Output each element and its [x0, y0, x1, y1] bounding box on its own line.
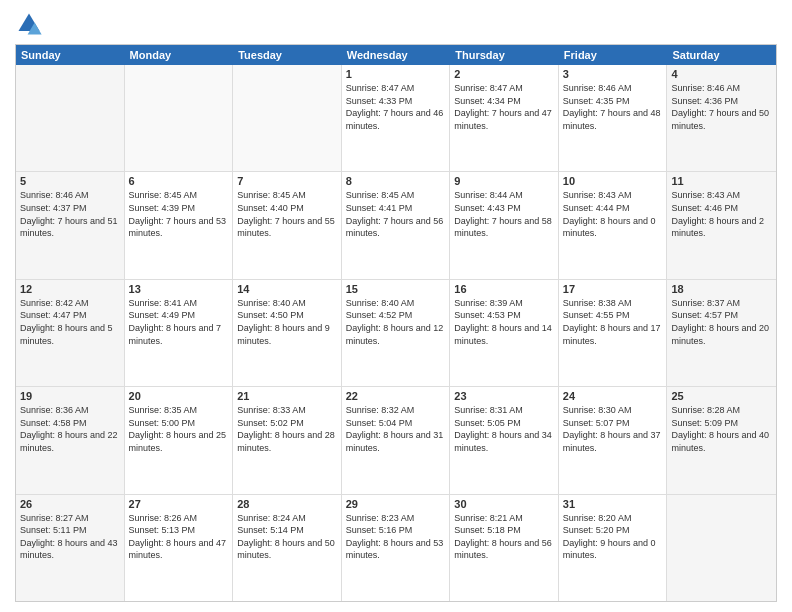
- day-info: Sunrise: 8:43 AM Sunset: 4:46 PM Dayligh…: [671, 189, 772, 239]
- day-info: Sunrise: 8:39 AM Sunset: 4:53 PM Dayligh…: [454, 297, 554, 347]
- calendar-cell: [667, 495, 776, 601]
- calendar-cell: [16, 65, 125, 171]
- day-info: Sunrise: 8:40 AM Sunset: 4:52 PM Dayligh…: [346, 297, 446, 347]
- calendar-cell: 6Sunrise: 8:45 AM Sunset: 4:39 PM Daylig…: [125, 172, 234, 278]
- calendar-cell: 30Sunrise: 8:21 AM Sunset: 5:18 PM Dayli…: [450, 495, 559, 601]
- day-info: Sunrise: 8:31 AM Sunset: 5:05 PM Dayligh…: [454, 404, 554, 454]
- day-info: Sunrise: 8:30 AM Sunset: 5:07 PM Dayligh…: [563, 404, 663, 454]
- day-info: Sunrise: 8:45 AM Sunset: 4:39 PM Dayligh…: [129, 189, 229, 239]
- calendar-cell: 25Sunrise: 8:28 AM Sunset: 5:09 PM Dayli…: [667, 387, 776, 493]
- calendar-week-4: 19Sunrise: 8:36 AM Sunset: 4:58 PM Dayli…: [16, 387, 776, 494]
- day-info: Sunrise: 8:43 AM Sunset: 4:44 PM Dayligh…: [563, 189, 663, 239]
- day-number: 23: [454, 390, 554, 402]
- day-number: 8: [346, 175, 446, 187]
- day-info: Sunrise: 8:26 AM Sunset: 5:13 PM Dayligh…: [129, 512, 229, 562]
- day-number: 3: [563, 68, 663, 80]
- calendar-cell: 2Sunrise: 8:47 AM Sunset: 4:34 PM Daylig…: [450, 65, 559, 171]
- day-number: 21: [237, 390, 337, 402]
- calendar-cell: 10Sunrise: 8:43 AM Sunset: 4:44 PM Dayli…: [559, 172, 668, 278]
- calendar-cell: 12Sunrise: 8:42 AM Sunset: 4:47 PM Dayli…: [16, 280, 125, 386]
- calendar-cell: 16Sunrise: 8:39 AM Sunset: 4:53 PM Dayli…: [450, 280, 559, 386]
- day-number: 13: [129, 283, 229, 295]
- day-number: 22: [346, 390, 446, 402]
- weekday-header-thursday: Thursday: [450, 45, 559, 65]
- page-header: [15, 10, 777, 38]
- logo: [15, 10, 47, 38]
- day-number: 24: [563, 390, 663, 402]
- calendar-cell: 29Sunrise: 8:23 AM Sunset: 5:16 PM Dayli…: [342, 495, 451, 601]
- weekday-header-friday: Friday: [559, 45, 668, 65]
- calendar-cell: 13Sunrise: 8:41 AM Sunset: 4:49 PM Dayli…: [125, 280, 234, 386]
- calendar-cell: 9Sunrise: 8:44 AM Sunset: 4:43 PM Daylig…: [450, 172, 559, 278]
- day-number: 26: [20, 498, 120, 510]
- day-number: 9: [454, 175, 554, 187]
- day-info: Sunrise: 8:35 AM Sunset: 5:00 PM Dayligh…: [129, 404, 229, 454]
- day-info: Sunrise: 8:44 AM Sunset: 4:43 PM Dayligh…: [454, 189, 554, 239]
- calendar-cell: 17Sunrise: 8:38 AM Sunset: 4:55 PM Dayli…: [559, 280, 668, 386]
- calendar-cell: 31Sunrise: 8:20 AM Sunset: 5:20 PM Dayli…: [559, 495, 668, 601]
- day-number: 14: [237, 283, 337, 295]
- day-number: 30: [454, 498, 554, 510]
- day-number: 25: [671, 390, 772, 402]
- day-info: Sunrise: 8:33 AM Sunset: 5:02 PM Dayligh…: [237, 404, 337, 454]
- logo-icon: [15, 10, 43, 38]
- day-number: 29: [346, 498, 446, 510]
- day-info: Sunrise: 8:23 AM Sunset: 5:16 PM Dayligh…: [346, 512, 446, 562]
- day-number: 10: [563, 175, 663, 187]
- day-info: Sunrise: 8:28 AM Sunset: 5:09 PM Dayligh…: [671, 404, 772, 454]
- day-number: 31: [563, 498, 663, 510]
- day-number: 6: [129, 175, 229, 187]
- day-info: Sunrise: 8:47 AM Sunset: 4:33 PM Dayligh…: [346, 82, 446, 132]
- day-info: Sunrise: 8:36 AM Sunset: 4:58 PM Dayligh…: [20, 404, 120, 454]
- day-number: 18: [671, 283, 772, 295]
- calendar-week-5: 26Sunrise: 8:27 AM Sunset: 5:11 PM Dayli…: [16, 495, 776, 601]
- calendar-cell: 28Sunrise: 8:24 AM Sunset: 5:14 PM Dayli…: [233, 495, 342, 601]
- day-number: 19: [20, 390, 120, 402]
- day-info: Sunrise: 8:40 AM Sunset: 4:50 PM Dayligh…: [237, 297, 337, 347]
- calendar-cell: 20Sunrise: 8:35 AM Sunset: 5:00 PM Dayli…: [125, 387, 234, 493]
- calendar-header: SundayMondayTuesdayWednesdayThursdayFrid…: [16, 45, 776, 65]
- calendar-body: 1Sunrise: 8:47 AM Sunset: 4:33 PM Daylig…: [16, 65, 776, 601]
- day-info: Sunrise: 8:37 AM Sunset: 4:57 PM Dayligh…: [671, 297, 772, 347]
- day-info: Sunrise: 8:38 AM Sunset: 4:55 PM Dayligh…: [563, 297, 663, 347]
- day-info: Sunrise: 8:27 AM Sunset: 5:11 PM Dayligh…: [20, 512, 120, 562]
- day-number: 16: [454, 283, 554, 295]
- calendar-cell: 27Sunrise: 8:26 AM Sunset: 5:13 PM Dayli…: [125, 495, 234, 601]
- calendar: SundayMondayTuesdayWednesdayThursdayFrid…: [15, 44, 777, 602]
- day-number: 7: [237, 175, 337, 187]
- calendar-cell: 21Sunrise: 8:33 AM Sunset: 5:02 PM Dayli…: [233, 387, 342, 493]
- weekday-header-monday: Monday: [125, 45, 234, 65]
- calendar-cell: [233, 65, 342, 171]
- calendar-week-3: 12Sunrise: 8:42 AM Sunset: 4:47 PM Dayli…: [16, 280, 776, 387]
- day-number: 4: [671, 68, 772, 80]
- day-info: Sunrise: 8:46 AM Sunset: 4:36 PM Dayligh…: [671, 82, 772, 132]
- calendar-cell: 5Sunrise: 8:46 AM Sunset: 4:37 PM Daylig…: [16, 172, 125, 278]
- calendar-cell: 3Sunrise: 8:46 AM Sunset: 4:35 PM Daylig…: [559, 65, 668, 171]
- day-number: 2: [454, 68, 554, 80]
- calendar-week-2: 5Sunrise: 8:46 AM Sunset: 4:37 PM Daylig…: [16, 172, 776, 279]
- day-info: Sunrise: 8:41 AM Sunset: 4:49 PM Dayligh…: [129, 297, 229, 347]
- weekday-header-saturday: Saturday: [667, 45, 776, 65]
- calendar-cell: 14Sunrise: 8:40 AM Sunset: 4:50 PM Dayli…: [233, 280, 342, 386]
- calendar-cell: [125, 65, 234, 171]
- day-number: 11: [671, 175, 772, 187]
- calendar-cell: 1Sunrise: 8:47 AM Sunset: 4:33 PM Daylig…: [342, 65, 451, 171]
- weekday-header-sunday: Sunday: [16, 45, 125, 65]
- weekday-header-wednesday: Wednesday: [342, 45, 451, 65]
- calendar-cell: 19Sunrise: 8:36 AM Sunset: 4:58 PM Dayli…: [16, 387, 125, 493]
- day-info: Sunrise: 8:47 AM Sunset: 4:34 PM Dayligh…: [454, 82, 554, 132]
- day-info: Sunrise: 8:46 AM Sunset: 4:37 PM Dayligh…: [20, 189, 120, 239]
- day-info: Sunrise: 8:21 AM Sunset: 5:18 PM Dayligh…: [454, 512, 554, 562]
- day-info: Sunrise: 8:32 AM Sunset: 5:04 PM Dayligh…: [346, 404, 446, 454]
- day-number: 17: [563, 283, 663, 295]
- day-info: Sunrise: 8:46 AM Sunset: 4:35 PM Dayligh…: [563, 82, 663, 132]
- calendar-cell: 11Sunrise: 8:43 AM Sunset: 4:46 PM Dayli…: [667, 172, 776, 278]
- calendar-cell: 24Sunrise: 8:30 AM Sunset: 5:07 PM Dayli…: [559, 387, 668, 493]
- calendar-cell: 22Sunrise: 8:32 AM Sunset: 5:04 PM Dayli…: [342, 387, 451, 493]
- weekday-header-tuesday: Tuesday: [233, 45, 342, 65]
- calendar-cell: 23Sunrise: 8:31 AM Sunset: 5:05 PM Dayli…: [450, 387, 559, 493]
- day-number: 28: [237, 498, 337, 510]
- day-number: 5: [20, 175, 120, 187]
- calendar-cell: 7Sunrise: 8:45 AM Sunset: 4:40 PM Daylig…: [233, 172, 342, 278]
- calendar-cell: 26Sunrise: 8:27 AM Sunset: 5:11 PM Dayli…: [16, 495, 125, 601]
